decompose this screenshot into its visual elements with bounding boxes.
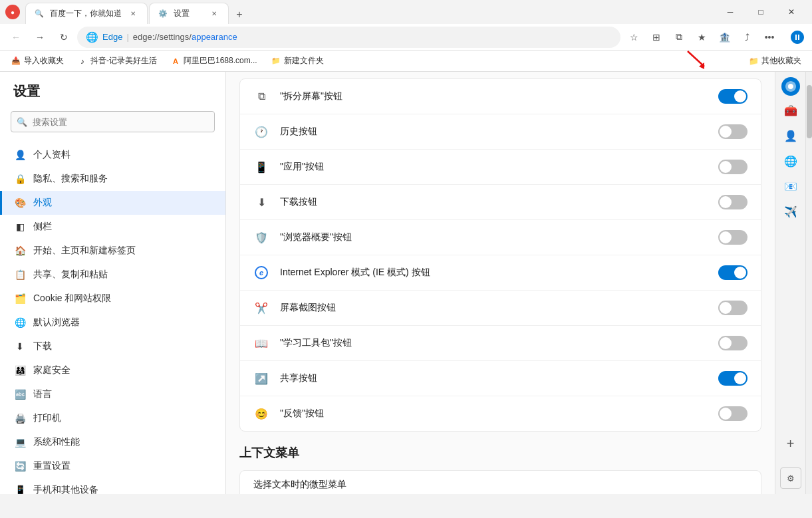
right-mail-icon[interactable]: 📧 bbox=[780, 176, 801, 197]
ie-icon: e bbox=[253, 265, 269, 281]
toggle-screenshot[interactable] bbox=[718, 301, 747, 315]
sidebar-item-mobile-label: 手机和其他设备 bbox=[33, 484, 98, 494]
refresh-button[interactable]: ↻ bbox=[53, 27, 74, 48]
sidebar-item-privacy[interactable]: 🔒 隐私、搜索和服务 bbox=[0, 167, 225, 191]
lock-icon: 🔒 bbox=[13, 172, 27, 186]
wallet-button[interactable]: 🏦 bbox=[714, 27, 735, 48]
back-button[interactable]: ← bbox=[5, 27, 27, 48]
share-icon: 📋 bbox=[13, 268, 27, 281]
scroll-thumb[interactable] bbox=[807, 85, 812, 138]
minimize-button[interactable]: ─ bbox=[715, 0, 745, 24]
bookmark-alibaba-label: 阿里巴巴1688.com... bbox=[184, 55, 257, 66]
tab-title-settings: 设置 bbox=[174, 8, 203, 19]
start-icon: 🏠 bbox=[13, 244, 27, 257]
right-settings-icon[interactable]: ⚙ bbox=[780, 467, 801, 489]
address-url: edge://settings/appearance bbox=[133, 32, 237, 42]
collections-button[interactable]: ⊞ bbox=[646, 27, 667, 48]
toggle-apps[interactable] bbox=[718, 160, 747, 174]
language-icon: 🔤 bbox=[13, 388, 27, 401]
forward-button[interactable]: → bbox=[29, 27, 51, 48]
close-button[interactable]: ✕ bbox=[776, 0, 807, 24]
setting-row-history: 🕐 历史按钮 bbox=[240, 114, 761, 150]
sidebar-item-cookies[interactable]: 🗂️ Cookie 和网站权限 bbox=[0, 287, 225, 311]
sidebar-item-family[interactable]: 👨‍👩‍👧 家庭安全 bbox=[0, 358, 225, 382]
sidebar-item-mobile[interactable]: 📱 手机和其他设备 bbox=[0, 478, 225, 494]
bookmark-import[interactable]: 📥 导入收藏夹 bbox=[5, 53, 69, 68]
toggle-browser-essentials[interactable] bbox=[718, 230, 747, 245]
setting-row-split-screen: ⧉ "拆分屏幕"按钮 bbox=[240, 79, 761, 114]
new-tab-button[interactable]: + bbox=[230, 5, 249, 24]
screenshot-icon: ✂️ bbox=[253, 300, 269, 316]
address-brand: Edge bbox=[102, 32, 122, 42]
more-button[interactable]: ••• bbox=[759, 27, 780, 48]
bookmark-import-label: 导入收藏夹 bbox=[24, 55, 64, 66]
star-button[interactable]: ☆ bbox=[623, 27, 644, 48]
tab-close-settings[interactable]: ✕ bbox=[208, 8, 220, 20]
sidebar-item-appearance[interactable]: 🎨 外观 bbox=[0, 191, 225, 215]
right-edge-icon[interactable] bbox=[781, 77, 800, 96]
tab-list: 🔍 百度一下，你就知道 ✕ ⚙️ 设置 ✕ + bbox=[25, 0, 249, 24]
sidebar-item-print[interactable]: 🖨️ 打印机 bbox=[0, 406, 225, 430]
search-input[interactable] bbox=[11, 111, 215, 132]
bookmark-folder[interactable]: 📁 新建文件夹 bbox=[265, 53, 329, 68]
sidebar-item-reset[interactable]: 🔄 重置设置 bbox=[0, 454, 225, 478]
learning-tools-label: "学习工具包"按钮 bbox=[280, 337, 708, 349]
sidebar-item-system[interactable]: 💻 系统和性能 bbox=[0, 430, 225, 454]
sidebar-item-cookies-label: Cookie 和网站权限 bbox=[33, 293, 111, 305]
tab-favicon-baidu: 🔍 bbox=[34, 9, 45, 19]
split-view-button[interactable]: ⧉ bbox=[668, 27, 690, 48]
sidebar-item-start[interactable]: 🏠 开始、主页和新建标签页 bbox=[0, 239, 225, 263]
tab-baidu[interactable]: 🔍 百度一下，你就知道 ✕ bbox=[25, 3, 148, 24]
bookmark-alibaba[interactable]: A 阿里巴巴1688.com... bbox=[165, 53, 263, 68]
setting-row-ie-mode: e Internet Explorer 模式 (IE 模式) 按钮 bbox=[240, 255, 761, 291]
other-bookmarks[interactable]: 📁 其他收藏夹 bbox=[744, 53, 807, 68]
settings-sidebar: 设置 🔍 👤 个人资料 🔒 隐私、搜索和服务 🎨 外观 ◧ 侧栏 🏠 开始、主页… bbox=[0, 72, 226, 494]
share-button[interactable]: ⤴ bbox=[736, 27, 757, 48]
browser-essentials-label: "浏览器概要"按钮 bbox=[280, 231, 708, 243]
mobile-icon: 📱 bbox=[13, 483, 27, 494]
bookmarks-right: 📁 其他收藏夹 bbox=[741, 53, 807, 68]
tab-close-baidu[interactable]: ✕ bbox=[127, 8, 139, 20]
sidebar-item-downloads[interactable]: ⬇ 下载 bbox=[0, 334, 225, 358]
search-icon: 🔍 bbox=[17, 117, 27, 127]
right-bag-icon[interactable]: 🧰 bbox=[780, 100, 801, 121]
right-add-icon[interactable]: + bbox=[780, 433, 801, 454]
profile-avatar[interactable]: ● bbox=[5, 5, 20, 19]
sidebar-item-browser[interactable]: 🌐 默认浏览器 bbox=[0, 311, 225, 334]
maximize-button[interactable]: □ bbox=[745, 0, 776, 24]
sidebar-item-profile[interactable]: 👤 个人资料 bbox=[0, 143, 225, 167]
toggle-history[interactable] bbox=[718, 124, 747, 139]
sidebar-icon: ◧ bbox=[13, 220, 27, 233]
toggle-ie-mode[interactable] bbox=[718, 265, 747, 280]
setting-row-apps: 📱 "应用"按钮 bbox=[240, 150, 761, 185]
red-arrow bbox=[668, 51, 708, 69]
bookmark-tiktok[interactable]: ♪ 抖音-记录美好生活 bbox=[72, 53, 162, 68]
toggle-split-screen[interactable] bbox=[718, 89, 747, 104]
toggle-knob-apps bbox=[720, 161, 732, 173]
toggle-knob-split-screen bbox=[734, 90, 746, 102]
toggle-knob-history bbox=[720, 126, 732, 138]
learning-tools-icon: 📖 bbox=[253, 335, 269, 351]
search-box: 🔍 bbox=[11, 111, 215, 132]
sidebar-item-reset-label: 重置设置 bbox=[33, 460, 70, 472]
right-sidebar: 🧰 👤 🌐 📧 ✈️ + ⚙ bbox=[775, 72, 805, 494]
toggle-feedback[interactable] bbox=[718, 406, 747, 421]
tab-settings[interactable]: ⚙️ 设置 ✕ bbox=[149, 3, 229, 24]
toggle-knob-learning-tools bbox=[720, 337, 732, 349]
right-paper-icon[interactable]: ✈️ bbox=[780, 201, 801, 222]
main-layout: 设置 🔍 👤 个人资料 🔒 隐私、搜索和服务 🎨 外观 ◧ 侧栏 🏠 开始、主页… bbox=[0, 72, 812, 494]
toolbar-buttons-section: ⧉ "拆分屏幕"按钮 🕐 历史按钮 📱 "应用"按钮 bbox=[239, 78, 761, 432]
toggle-learning-tools[interactable] bbox=[718, 336, 747, 350]
address-bar[interactable]: 🌐 Edge | edge://settings/appearance bbox=[77, 27, 620, 48]
right-globe-icon[interactable]: 🌐 bbox=[780, 150, 801, 172]
toggle-share-btn[interactable] bbox=[718, 371, 747, 386]
setting-row-download: ⬇ 下载按钮 bbox=[240, 185, 761, 220]
sidebar-item-language[interactable]: 🔤 语言 bbox=[0, 382, 225, 406]
favorites-button[interactable]: ★ bbox=[691, 27, 712, 48]
tab-title-baidu: 百度一下，你就知道 bbox=[50, 8, 122, 19]
sidebar-item-sidebar[interactable]: ◧ 侧栏 bbox=[0, 215, 225, 239]
toggle-download[interactable] bbox=[718, 195, 747, 209]
toolbar: ← → ↻ 🌐 Edge | edge://settings/appearanc… bbox=[0, 24, 812, 51]
right-person-icon[interactable]: 👤 bbox=[780, 125, 801, 146]
sidebar-item-share[interactable]: 📋 共享、复制和粘贴 bbox=[0, 263, 225, 287]
